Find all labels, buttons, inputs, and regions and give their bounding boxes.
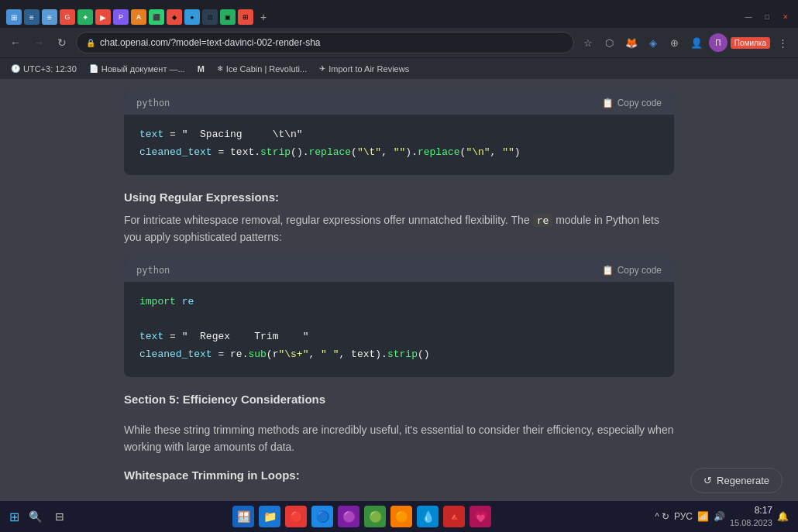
loops-heading: Whitespace Trimming in Loops: xyxy=(124,469,674,482)
code-line-blank xyxy=(139,312,659,328)
forward-button[interactable]: → xyxy=(29,33,48,52)
taskbar-app-10[interactable]: 💗 xyxy=(470,506,491,527)
taskbar-app-5[interactable]: 🟣 xyxy=(338,506,359,527)
tab-icon-11[interactable]: ● xyxy=(184,9,200,25)
taskbar-app-6[interactable]: 🟢 xyxy=(364,506,386,527)
bookmark-new-doc-label: Новый документ —... xyxy=(101,64,185,74)
taskbar-app-4[interactable]: 🔵 xyxy=(311,506,333,527)
content-area: python 📋 Copy code text = " Spacing \t\n… xyxy=(0,79,798,501)
code-line-1: text = " Spacing \t\n" xyxy=(139,127,659,143)
tab-icon-14[interactable]: ⊞ xyxy=(238,9,253,25)
tray-notifications-icon[interactable]: 🔔 xyxy=(777,511,789,522)
bookmark-m-label: М xyxy=(198,64,205,74)
profile-icon[interactable]: 👤 xyxy=(687,33,706,52)
taskbar-left: ⊞ 🔍 ⊟ xyxy=(9,507,69,526)
code-line-import: import re xyxy=(139,294,659,311)
tab-icon-6[interactable]: ▶ xyxy=(95,9,111,25)
code-lang-1: python xyxy=(136,98,170,108)
tray-chevron-icon[interactable]: ^ xyxy=(655,511,659,522)
code-block-2-header: python 📋 Copy code xyxy=(124,259,674,282)
extension-icon-3[interactable]: ⊕ xyxy=(666,33,684,52)
taskbar-task-view-button[interactable]: ⊟ xyxy=(50,507,69,526)
bookmark-m[interactable]: М xyxy=(193,63,209,75)
bookmark-air-reviews-label: Import to Air Reviews xyxy=(328,64,409,74)
bookmark-ice-cabin[interactable]: ❄ Ice Cabin | Revoluti... xyxy=(212,63,311,75)
url-text: chat.openai.com/?model=text-davinci-002-… xyxy=(100,37,321,48)
copy-icon-2: 📋 xyxy=(602,265,614,276)
efficiency-text: While these string trimming methods are … xyxy=(124,421,674,456)
profile-button[interactable]: П xyxy=(709,33,727,52)
new-tab-button[interactable]: + xyxy=(256,9,271,25)
taskbar-search-button[interactable]: 🔍 xyxy=(26,507,44,526)
reload-button[interactable]: ↻ xyxy=(53,33,71,52)
lock-icon: 🔒 xyxy=(86,39,95,47)
tab-icon-13[interactable]: ▣ xyxy=(220,9,236,25)
regenerate-button[interactable]: ↺ Regenerate xyxy=(690,468,783,493)
regenerate-icon: ↺ xyxy=(703,475,712,486)
menu-button[interactable]: ⋮ xyxy=(773,33,792,52)
chat-content: python 📋 Copy code text = " Spacing \t\n… xyxy=(108,79,690,501)
code-line-2: cleaned_text = text.strip().replace("\t"… xyxy=(139,145,659,161)
profile-label-button[interactable]: Помилка xyxy=(731,37,770,49)
close-button[interactable]: ✕ xyxy=(779,11,792,23)
copy-button-2[interactable]: 📋 Copy code xyxy=(602,265,662,276)
tab-icons-container: ⊞ ≡ ≡ G ✦ ▶ P A ⬛ ◆ ● ⊡ ▣ ⊞ + xyxy=(6,9,271,28)
tab-icon-3[interactable]: ≡ xyxy=(42,9,57,25)
tab-icon-10[interactable]: ◆ xyxy=(167,9,182,25)
copy-icon-1: 📋 xyxy=(602,98,614,108)
taskbar-right: ^ ↻ РУС 📶 🔊 8:17 15.08.2023 🔔 xyxy=(655,505,789,528)
doc-icon: 📄 xyxy=(89,64,98,73)
bookmark-ice-cabin-label: Ice Cabin | Revoluti... xyxy=(226,64,307,74)
back-button[interactable]: ← xyxy=(6,33,25,52)
code-block-1: python 📋 Copy code text = " Spacing \t\n… xyxy=(124,91,674,175)
bookmark-utc[interactable]: 🕐 UTC+3: 12:30 xyxy=(6,63,81,75)
tab-icon-5[interactable]: ✦ xyxy=(77,9,93,25)
window-controls: — □ ✕ xyxy=(742,11,792,28)
minimize-button[interactable]: — xyxy=(742,11,755,23)
copy-label-1: Copy code xyxy=(617,98,662,108)
extension-icon-1[interactable]: 🦊 xyxy=(622,33,641,52)
regular-expressions-heading: Using Regular Expressions: xyxy=(124,190,674,204)
time-block[interactable]: 8:17 15.08.2023 xyxy=(730,505,772,528)
tab-icon-2[interactable]: ≡ xyxy=(24,9,40,25)
address-bar[interactable]: 🔒 chat.openai.com/?model=text-davinci-00… xyxy=(76,32,574,53)
tray-wifi-icon[interactable]: 📶 xyxy=(697,511,709,522)
bookmark-new-doc[interactable]: 📄 Новый документ —... xyxy=(84,63,190,75)
bookmark-utc-label: UTC+3: 12:30 xyxy=(23,64,77,74)
regular-expressions-text: For intricate whitespace removal, regula… xyxy=(124,211,674,246)
bookmark-air-reviews[interactable]: ✈ Import to Air Reviews xyxy=(315,63,414,75)
maximize-button[interactable]: □ xyxy=(761,11,773,23)
windows-logo[interactable]: ⊞ xyxy=(9,510,19,524)
tray-volume-icon[interactable]: 🔊 xyxy=(714,511,725,522)
spacer-1 xyxy=(124,414,674,421)
code-lang-2: python xyxy=(136,265,170,276)
tab-icon-7[interactable]: P xyxy=(113,9,129,25)
regenerate-label: Regenerate xyxy=(717,475,769,486)
code-block-2: python 📋 Copy code import re text = " Re… xyxy=(124,259,674,377)
tab-icon-9[interactable]: ⬛ xyxy=(149,9,164,25)
address-bar-row: ← → ↻ 🔒 chat.openai.com/?model=text-davi… xyxy=(0,28,798,57)
clock-time: 8:17 xyxy=(730,505,772,517)
code-var-text: text xyxy=(139,129,163,140)
taskbar-app-7[interactable]: 🟠 xyxy=(390,506,412,527)
taskbar-app-3[interactable]: 🔴 xyxy=(285,506,307,527)
air-reviews-icon: ✈ xyxy=(319,64,325,73)
copy-button-1[interactable]: 📋 Copy code xyxy=(602,98,662,108)
tab-icon-8[interactable]: A xyxy=(131,9,146,25)
tab-icon-1[interactable]: ⊞ xyxy=(6,9,22,25)
tab-icon-12[interactable]: ⊡ xyxy=(202,9,218,25)
re-inline-code: re xyxy=(533,214,553,227)
tab-icon-4[interactable]: G xyxy=(60,9,75,25)
tray-refresh-icon[interactable]: ↻ xyxy=(662,511,669,522)
bookmark-star-button[interactable]: ☆ xyxy=(579,33,597,52)
extensions-button[interactable]: ⬡ xyxy=(600,33,619,52)
code-body-1: text = " Spacing \t\n" cleaned_text = te… xyxy=(124,115,674,175)
taskbar-app-2[interactable]: 📁 xyxy=(259,506,280,527)
tray-lang-label[interactable]: РУС xyxy=(674,511,693,522)
extension-icon-2[interactable]: ◈ xyxy=(644,33,662,52)
taskbar-app-1[interactable]: 🪟 xyxy=(232,506,254,527)
ice-cabin-icon: ❄ xyxy=(217,64,223,73)
taskbar-app-9[interactable]: 🔺 xyxy=(443,506,465,527)
taskbar-app-8[interactable]: 💧 xyxy=(417,506,439,527)
code-var-cleaned: cleaned_text xyxy=(139,146,212,158)
